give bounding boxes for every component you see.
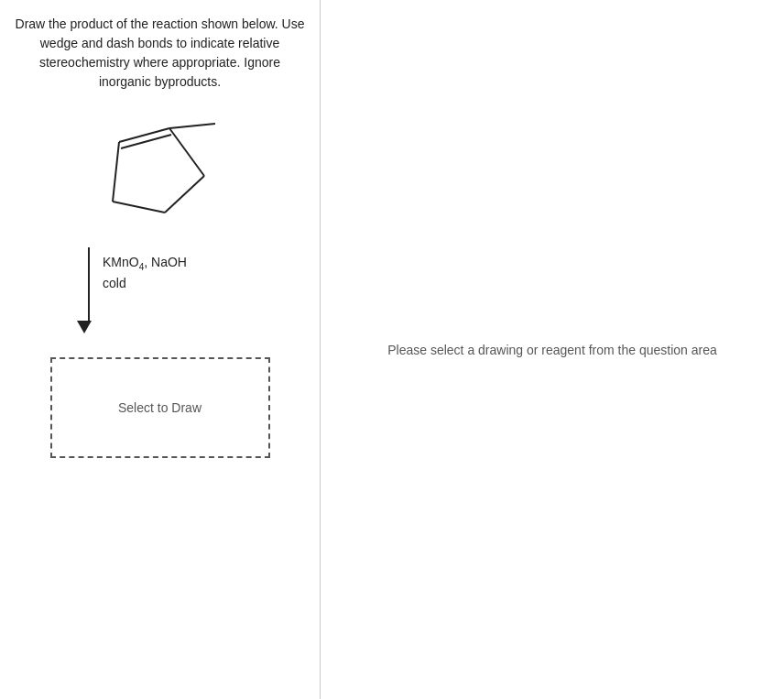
instructions-text: Draw the product of the reaction shown b… [15, 15, 305, 92]
select-to-draw-box[interactable]: Select to Draw [50, 357, 270, 458]
reaction-arrow-area: KMnO4, NaOH cold [15, 247, 305, 333]
svg-line-2 [169, 128, 204, 176]
svg-line-0 [119, 128, 169, 142]
molecule-svg [69, 110, 252, 238]
reagent-line1: KMnO4, NaOH [103, 255, 187, 272]
svg-line-3 [165, 176, 204, 213]
svg-line-6 [169, 124, 215, 128]
svg-line-5 [113, 142, 119, 202]
reagent-line2: cold [103, 276, 187, 290]
right-panel-placeholder: Please select a drawing or reagent from … [387, 343, 717, 357]
reagent-subscript: 4 [139, 262, 145, 272]
right-panel: Please select a drawing or reagent from … [321, 0, 784, 699]
svg-line-1 [121, 135, 171, 148]
select-to-draw-label: Select to Draw [118, 400, 201, 415]
reagent-labels: KMnO4, NaOH cold [103, 255, 187, 290]
svg-line-4 [113, 202, 165, 213]
left-panel: Draw the product of the reaction shown b… [0, 0, 321, 699]
reaction-arrow [70, 247, 92, 333]
molecule-area [15, 110, 305, 238]
